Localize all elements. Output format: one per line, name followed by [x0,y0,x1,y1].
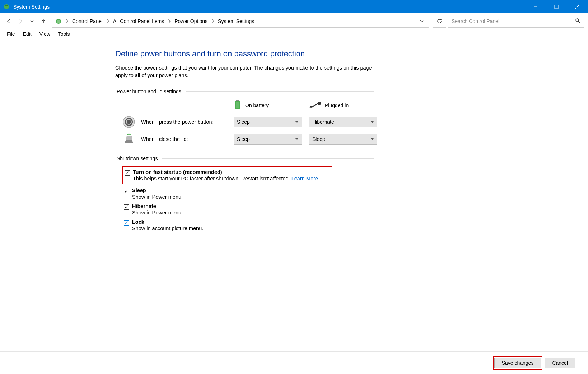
checkbox-icon[interactable] [125,170,130,176]
chevron-right-icon: ❯ [65,19,69,23]
section-power-lid: Power button and lid settings [117,89,374,94]
svg-rect-13 [318,102,321,105]
recent-dropdown[interactable] [27,15,37,27]
footer: Save changes Cancel [0,351,588,374]
search-icon [575,18,580,24]
cancel-button[interactable]: Cancel [545,358,575,368]
control-panel-icon [55,18,62,24]
checkbox-icon[interactable] [124,204,129,210]
battery-icon [234,99,242,111]
svg-line-14 [320,102,321,103]
navbar: ❯ Control Panel ❯ All Control Panel Item… [0,13,588,29]
column-on-battery: On battery [234,99,305,111]
checkbox-hibernate[interactable]: Hibernate Show in Power menu. [122,202,374,217]
menu-view[interactable]: View [36,30,54,38]
window-title: System Settings [13,4,525,10]
select-lid-battery[interactable]: Sleep [234,134,302,145]
menu-tools[interactable]: Tools [55,30,74,38]
svg-rect-1 [5,5,8,6]
section-shutdown: Shutdown settings [117,156,374,161]
forward-button[interactable] [15,15,25,27]
breadcrumb-item[interactable]: All Control Panel Items [111,18,166,24]
address-dropdown[interactable] [418,19,426,23]
page-heading: Define power buttons and turn on passwor… [115,49,374,58]
breadcrumb-item[interactable]: Control Panel [70,18,105,24]
checkbox-fast-startup[interactable]: Turn on fast startup (recommended) This … [122,166,332,184]
minimize-button[interactable] [525,0,546,13]
menubar: File Edit View Tools [0,29,588,39]
column-plugged-in: Plugged in [309,101,381,109]
content-area: Define power buttons and turn on passwor… [0,39,588,351]
maximize-button[interactable] [546,0,567,13]
svg-rect-7 [57,20,60,23]
svg-rect-10 [236,100,239,101]
select-lid-plugged[interactable]: Sleep [309,134,377,145]
chevron-right-icon: ❯ [210,19,215,23]
learn-more-link[interactable]: Learn More [291,176,318,181]
search-box[interactable] [448,15,584,28]
search-input[interactable] [452,18,575,24]
select-power-plugged[interactable]: Hibernate [309,117,377,127]
power-icon [122,115,135,128]
menu-file[interactable]: File [3,30,19,38]
titlebar: System Settings [0,0,588,13]
breadcrumb-item[interactable]: System Settings [216,18,256,24]
laptop-lid-icon [122,133,135,146]
save-changes-button[interactable]: Save changes [494,358,541,368]
checkbox-icon[interactable] [124,220,129,226]
up-button[interactable] [38,15,48,27]
select-power-battery[interactable]: Sleep [234,117,302,127]
svg-line-15 [320,104,321,104]
chevron-right-icon: ❯ [106,19,110,23]
close-button[interactable] [567,0,588,13]
app-icon [3,4,10,10]
back-button[interactable] [4,15,14,27]
page-description: Choose the power settings that you want … [115,64,374,79]
checkbox-sleep[interactable]: Sleep Show in Power menu. [122,186,374,201]
menu-edit[interactable]: Edit [19,30,35,38]
svg-point-8 [576,19,579,22]
row-power-button: When I press the power button: [122,115,230,128]
svg-line-9 [578,21,580,23]
svg-rect-3 [555,5,558,9]
row-close-lid: When I close the lid: [122,133,230,146]
svg-rect-12 [236,102,239,108]
refresh-button[interactable] [433,15,446,28]
plug-icon [309,101,321,109]
chevron-right-icon: ❯ [167,19,172,23]
breadcrumb-item[interactable]: Power Options [172,18,210,24]
checkbox-icon[interactable] [124,189,129,194]
address-bar[interactable]: ❯ Control Panel ❯ All Control Panel Item… [52,15,429,28]
checkbox-lock[interactable]: Lock Show in account picture menu. [122,218,374,232]
